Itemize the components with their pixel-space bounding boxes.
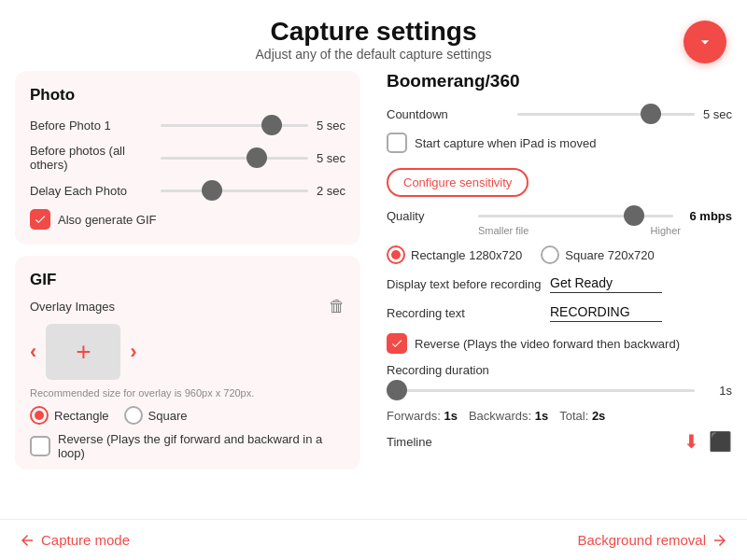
also-generate-gif-checkbox[interactable] (30, 209, 50, 230)
recording-text-label: Recording text (387, 306, 550, 320)
boomerang-title: Boomerang/360 (387, 71, 732, 91)
boomerang-reverse-row: Reverse (Plays the video forward then ba… (387, 333, 732, 354)
quality-value: 6 mbps (681, 209, 732, 223)
boomerang-reverse-label: Reverse (Plays the video forward then ba… (415, 337, 680, 351)
slider-label-0: Before Photo 1 (30, 119, 161, 133)
radio-filled-res-rect (387, 245, 405, 264)
recording-text-value[interactable]: RECORDING (550, 304, 662, 322)
trash-icon[interactable]: 🗑 (329, 297, 345, 316)
quality-smaller-label: Smaller file (478, 225, 529, 236)
page-subtitle: Adjust any of the default capture settin… (0, 47, 747, 62)
gif-panel-title: GIF (30, 271, 56, 289)
gif-reverse-label: Reverse (Plays the gif forward and backw… (58, 432, 345, 460)
boomerang-reverse-checkbox[interactable] (387, 333, 407, 354)
recording-duration-section: Recording duration 1s Forwards: 1s Backw… (387, 363, 732, 423)
resolution-square-label: Square 720x720 (565, 248, 654, 262)
back-label: Capture mode (41, 532, 130, 548)
gif-shape-rectangle[interactable]: Rectangle (30, 406, 109, 425)
resolution-rectangle[interactable]: Rectangle 1280x720 (387, 245, 522, 264)
next-overlay-button[interactable]: › (130, 340, 136, 364)
display-text-value[interactable]: Get Ready (550, 275, 662, 293)
slider-track-0[interactable] (161, 116, 308, 134)
gif-panel: GIF Overlay Images 🗑 ‹ + › Recommended s… (15, 256, 360, 469)
photo-panel: Photo Before Photo 1 5 sec Before photos… (15, 71, 360, 245)
left-panels: Photo Before Photo 1 5 sec Before photos… (15, 71, 360, 469)
countdown-slider-track[interactable] (517, 105, 695, 123)
add-overlay-icon: + (76, 337, 91, 367)
recording-duration-slider[interactable] (387, 381, 695, 399)
page-header: Capture settings Adjust any of the defau… (0, 0, 747, 71)
backwards-label: Backwards: 1s (469, 409, 548, 423)
resolution-radio-group: Rectangle 1280x720 Square 720x720 (387, 245, 732, 264)
slider-label-1: Before photos (all others) (30, 144, 161, 172)
duration-stats: Forwards: 1s Backwards: 1s Total: 2s (387, 409, 732, 423)
gif-panel-header: GIF (30, 271, 345, 289)
display-text-row: Display text before recording Get Ready (387, 275, 732, 293)
radio-empty-res-sq (541, 245, 559, 264)
slider-row-before-photos-all: Before photos (all others) 5 sec (30, 144, 345, 172)
main-content: Photo Before Photo 1 5 sec Before photos… (0, 71, 747, 469)
gif-reverse-row: Reverse (Plays the gif forward and backw… (30, 432, 345, 460)
forwards-value: 1s (444, 409, 457, 423)
background-removal-link[interactable]: Background removal (577, 532, 728, 549)
recording-duration-value: 1s (695, 384, 732, 398)
also-generate-gif-label: Also generate GIF (58, 213, 157, 227)
radio-filled-rectangle (30, 406, 49, 425)
float-chevron-button[interactable] (684, 21, 726, 63)
timeline-label: Timeline (387, 435, 432, 449)
footer-nav: Capture mode Background removal (0, 519, 747, 560)
timeline-settings-icon[interactable]: ⬛ (709, 430, 732, 453)
overlay-image-placeholder[interactable]: + (46, 324, 120, 380)
gif-overlay-header: Overlay Images 🗑 (30, 297, 345, 316)
gif-shape-square-label: Square (148, 409, 188, 423)
gif-shape-square[interactable]: Square (124, 406, 188, 425)
recording-duration-label: Recording duration (387, 363, 732, 377)
overlay-images-area: ‹ + › (30, 324, 345, 380)
countdown-slider-row: Countdown 5 sec (387, 105, 732, 123)
gif-shape-radio-group: Rectangle Square (30, 406, 345, 425)
resolution-square[interactable]: Square 720x720 (541, 245, 654, 264)
prev-overlay-button[interactable]: ‹ (30, 340, 36, 364)
timeline-download-icon[interactable]: ⬇ (684, 430, 699, 453)
total-value: 2s (592, 409, 605, 423)
overlay-images-label: Overlay Images (30, 300, 115, 314)
configure-sensitivity-button[interactable]: Configure sensitivity (387, 168, 529, 197)
countdown-label: Countdown (387, 107, 517, 121)
resolution-rectangle-label: Rectangle 1280x720 (411, 248, 522, 262)
forward-label: Background removal (577, 532, 706, 548)
gif-shape-rectangle-label: Rectangle (54, 409, 109, 423)
slider-row-delay-each-photo: Delay Each Photo 2 sec (30, 181, 345, 200)
forwards-label: Forwards: 1s (387, 409, 458, 423)
photo-panel-title: Photo (30, 86, 345, 105)
ipad-label: Start capture when iPad is moved (415, 136, 596, 150)
boomerang-panel: Boomerang/360 Countdown 5 sec Start capt… (375, 71, 732, 469)
countdown-value: 5 sec (695, 107, 732, 121)
quality-higher-label: Higher (651, 225, 681, 236)
slider-value-1: 5 sec (308, 151, 345, 165)
slider-row-before-photo-1: Before Photo 1 5 sec (30, 116, 345, 134)
display-text-label: Display text before recording (387, 277, 550, 291)
overlay-hint: Recommended size for overlay is 960px x … (30, 387, 345, 399)
ipad-checkbox[interactable] (387, 133, 407, 153)
capture-mode-link[interactable]: Capture mode (19, 532, 130, 549)
page-title: Capture settings (0, 17, 747, 47)
backwards-value: 1s (535, 409, 548, 423)
slider-label-2: Delay Each Photo (30, 184, 161, 198)
slider-value-0: 5 sec (308, 119, 345, 133)
gif-reverse-checkbox[interactable] (30, 436, 50, 456)
slider-track-1[interactable] (161, 148, 308, 167)
slider-track-2[interactable] (161, 181, 308, 200)
radio-empty-square (124, 406, 143, 425)
quality-slider-track[interactable] (478, 206, 673, 225)
recording-duration-slider-row: 1s (387, 381, 732, 399)
recording-text-row: Recording text RECORDING (387, 304, 732, 322)
timeline-icons: ⬇ ⬛ (684, 430, 732, 453)
quality-row: Quality 6 mbps Smaller file Higher (387, 206, 732, 236)
also-generate-gif-row: Also generate GIF (30, 209, 345, 230)
slider-value-2: 2 sec (308, 184, 345, 198)
total-label: Total: 2s (559, 409, 605, 423)
ipad-checkbox-row: Start capture when iPad is moved (387, 133, 732, 153)
timeline-row: Timeline ⬇ ⬛ (387, 430, 732, 453)
quality-label: Quality (387, 209, 471, 223)
